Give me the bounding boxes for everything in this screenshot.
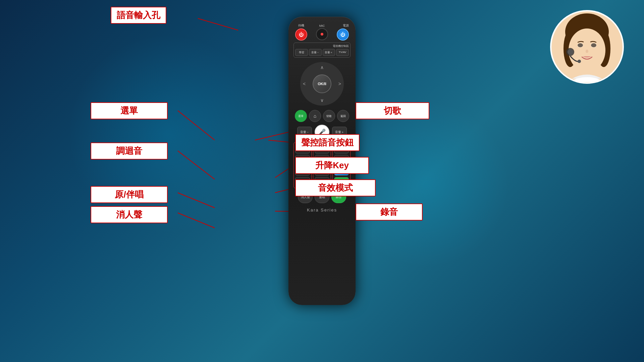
avatar-image xyxy=(552,12,622,82)
annotation-voice-input: 語音輸入孔 xyxy=(111,7,166,24)
dpad-container: ∧ < OK/II > ∨ xyxy=(300,62,344,106)
tv-control-label: 電視機控制區 xyxy=(295,44,349,48)
dpad-left-button[interactable]: < xyxy=(303,81,306,86)
power-label: 電源 xyxy=(343,23,349,28)
mic-col: MIC xyxy=(316,24,328,40)
dpad-right-button[interactable]: > xyxy=(338,81,341,86)
svg-point-19 xyxy=(586,50,588,53)
annotation-menu: 選單 xyxy=(91,102,168,119)
power-button[interactable]: ⏻ xyxy=(337,28,349,41)
skip-button[interactable]: 切歌 xyxy=(323,110,335,122)
menu-button[interactable]: 選單 xyxy=(295,110,307,122)
bg-glow-1 xyxy=(67,34,268,235)
standby-label: 待機 xyxy=(298,23,304,28)
mic-label: MIC xyxy=(319,24,325,27)
annotation-record: 錄音 xyxy=(356,203,423,221)
svg-point-17 xyxy=(577,43,583,48)
power-row: 待機 ⏻ MIC 電源 ⏻ xyxy=(293,23,351,41)
mic-indicator xyxy=(316,28,328,40)
svg-point-18 xyxy=(591,43,597,48)
annotation-raise-lower-key: 升降Key xyxy=(295,157,369,174)
dpad-outer: ∧ < OK/II > ∨ xyxy=(300,62,344,106)
remote-top-section: 待機 ⏻ MIC 電源 ⏻ 電視機控制區 學習 音量－ 音量＋ TV/AV xyxy=(293,23,351,58)
tv-vol-plus-button[interactable]: 音量＋ xyxy=(323,49,335,56)
home-button[interactable]: ⌂ xyxy=(309,110,321,122)
tv-buttons-row: 學習 音量－ 音量＋ TV/AV xyxy=(295,49,349,56)
standby-button[interactable]: ⏻ xyxy=(295,28,307,41)
power-col: ⏻ xyxy=(337,28,349,41)
dpad-down-button[interactable]: ∨ xyxy=(320,98,324,103)
mic-dot xyxy=(321,33,323,36)
func-buttons-row: 選單 ⌂ 切歌 返回 xyxy=(295,110,349,122)
tv-control-box: 電視機控制區 學習 音量－ 音量＋ TV/AV xyxy=(293,43,351,58)
svg-point-21 xyxy=(568,49,573,55)
avatar-container xyxy=(550,10,624,84)
back-button[interactable]: 返回 xyxy=(337,110,349,122)
annotation-cancel-voice: 消人聲 xyxy=(91,206,168,223)
annotation-skip-song: 切歌 xyxy=(356,102,429,119)
tv-vol-minus-button[interactable]: 音量－ xyxy=(309,49,322,56)
standby-col: 待機 ⏻ xyxy=(295,23,307,41)
annotation-original-duet: 原/伴唱 xyxy=(91,186,168,203)
brand-label: Kara Series xyxy=(307,207,337,213)
dpad-ok-button[interactable]: OK/II xyxy=(313,74,331,93)
svg-line-0 xyxy=(198,18,238,30)
annotation-voice-control: 聲控語音按鈕 xyxy=(295,134,360,151)
tv-learn-button[interactable]: 學習 xyxy=(295,49,308,56)
dpad-up-button[interactable]: ∧ xyxy=(320,65,324,70)
svg-point-22 xyxy=(578,60,581,63)
annotation-sound-effect-mode: 音效模式 xyxy=(295,179,376,196)
tv-tvav-button[interactable]: TV/AV xyxy=(336,49,349,56)
annotation-tune-reverb: 調迴音 xyxy=(91,142,168,160)
